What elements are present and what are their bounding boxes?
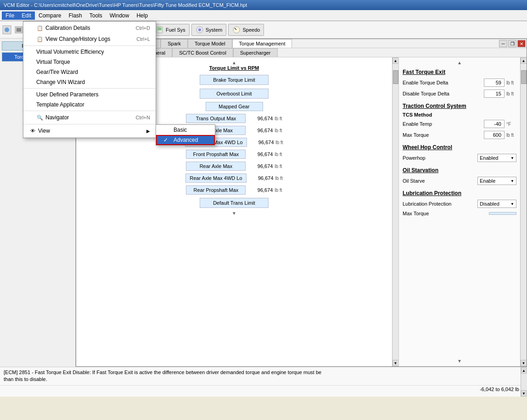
svg-rect-3 <box>17 28 21 32</box>
cal-details-icon: 📋 <box>36 24 44 32</box>
right-scroll-up[interactable]: ▲ <box>403 60 516 65</box>
status-scroll-down-btn[interactable]: ▼ <box>521 390 527 397</box>
tab-supercharger[interactable]: Supercharger <box>233 48 278 57</box>
scroll-down-arrow[interactable]: ▼ <box>80 211 388 216</box>
dropdown-item-cvw[interactable]: Change VIN Wizard <box>23 77 156 87</box>
submenu-item-advanced[interactable]: ✓ Advanced <box>156 135 215 145</box>
powerhop-dropdown[interactable]: Enabled ▼ <box>477 154 516 162</box>
minimize-button[interactable]: ─ <box>499 40 507 47</box>
lubrication-dropdown[interactable]: Disabled ▼ <box>477 200 516 208</box>
scroll-up-btn[interactable]: ▲ <box>392 57 399 64</box>
dropdown-item-vt[interactable]: Virtual Torque <box>23 57 156 67</box>
lubrication-value: Disabled <box>480 201 499 207</box>
center-scrollbar[interactable]: ▲ ▼ <box>392 57 398 366</box>
oil-starve-dropdown[interactable]: Enable ▼ <box>477 177 516 185</box>
enable-torque-delta-value[interactable]: 59 <box>484 78 505 87</box>
front-propshaft-max-btn[interactable]: Front Propshaft Max <box>186 150 246 159</box>
dropdown-item-view-logs[interactable]: 📋 View Change/History Logs Ctrl+L <box>23 34 156 45</box>
right-scroll-down[interactable]: ▼ <box>403 358 516 364</box>
svg-point-15 <box>198 28 201 31</box>
toolbar-btn-speedo[interactable]: Speedo <box>228 24 264 36</box>
menu-item-window[interactable]: Window <box>106 11 133 20</box>
rear-axle-max-btn[interactable]: Rear Axle Max <box>186 162 246 171</box>
row-enable-torque-delta: Enable Torque Delta 59 lb ft <box>403 78 516 87</box>
front-axle-4wd-value: 96,674 <box>249 140 274 145</box>
menu-item-flash[interactable]: Flash <box>65 11 85 20</box>
row-max-torque-lub: Max Torque <box>403 211 516 216</box>
rear-prop-value: 96,674 <box>247 187 273 193</box>
brake-torque-limit-button[interactable]: Brake Torque Limit <box>200 75 269 85</box>
rear-propshaft-max-btn[interactable]: Rear Propshaft Max <box>186 185 246 195</box>
status-scroll-up-btn[interactable]: ▲ <box>521 367 527 374</box>
dropdown-item-view[interactable]: 👁 View ▶ <box>23 125 156 136</box>
oil-starve-arrow-icon: ▼ <box>510 179 514 183</box>
max-torque-tcs-value[interactable]: 600 <box>484 131 505 139</box>
overboost-limit-button[interactable]: Overboost Limit <box>200 89 269 99</box>
dropdown-item-cal-details[interactable]: 📋 Calibration Details Ctrl+D <box>23 22 156 34</box>
rear-axle-4wd-value: 96,674 <box>248 175 274 181</box>
close-button[interactable]: ✕ <box>517 40 526 47</box>
tab-torque-model[interactable]: Torque Model <box>188 39 232 48</box>
menu-item-file[interactable]: File <box>2 11 18 20</box>
nav-label: Navigator <box>45 114 134 121</box>
dropdown-item-ta[interactable]: Template Applicator <box>23 100 156 110</box>
advanced-label: Advanced <box>174 137 198 143</box>
section-fast-torque-exit: Fast Torque Exit <box>403 69 516 75</box>
torque-row-rear-axle: Rear Axle Max 96,674 lb ft <box>186 162 282 171</box>
right-scroll-down-btn[interactable]: ▼ <box>521 360 527 366</box>
title-bar: VCM Editor - C:\Users\cmitchell\OneDrive… <box>0 0 527 10</box>
menu-item-tools[interactable]: Tools <box>86 11 106 20</box>
enable-temp-label: Enable Temp <box>403 121 482 127</box>
enable-torque-delta-unit: lb ft <box>506 80 516 85</box>
cal-details-label: Calibration Details <box>45 25 134 31</box>
menu-item-help[interactable]: Help <box>133 11 151 20</box>
cvw-label: Change VIN Wizard <box>36 79 150 85</box>
rear-axle-max-4wd-btn[interactable]: Rear Axle Max 4WD Lo <box>185 174 246 183</box>
edit-dropdown-menu: 📋 Calibration Details Ctrl+D 📋 View Chan… <box>23 21 156 138</box>
right-scroll-up-btn[interactable]: ▲ <box>521 57 527 64</box>
front-axle-4wd-unit: lb ft <box>276 140 283 145</box>
max-torque-lub-value[interactable] <box>489 212 516 215</box>
dropdown-item-udp[interactable]: User Defined Parameters <box>23 90 156 100</box>
toolbar-fuelsys-label: Fuel Sys <box>166 27 185 33</box>
tab-torque-management[interactable]: Torque Management <box>232 39 292 48</box>
enable-temp-value[interactable]: -40 <box>484 120 505 128</box>
powerhop-arrow-icon: ▼ <box>510 156 514 160</box>
torque-row-rear-axle-4wd: Rear Axle Max 4WD Lo 96,674 lb ft <box>185 174 282 183</box>
disable-torque-delta-value[interactable]: 15 <box>484 90 505 98</box>
menu-item-edit[interactable]: Edit <box>18 11 35 20</box>
toolbar-btn-fuel-sys[interactable]: Fuel Sys <box>151 24 190 36</box>
front-axle-max-unit: lb ft <box>275 128 282 133</box>
basic-label: Basic <box>174 127 187 133</box>
dropdown-item-vve[interactable]: Virtual Volumetric Efficiency <box>23 47 156 57</box>
toolbar-btn-system[interactable]: System <box>191 24 227 36</box>
powerhop-value: Enabled <box>480 155 498 161</box>
dropdown-item-nav[interactable]: 🔍 Navigator Ctrl+N <box>23 112 156 123</box>
view-logs-shortcut: Ctrl+L <box>136 36 150 42</box>
nav-icon: 🔍 <box>36 114 44 121</box>
toolbar-system-label: System <box>206 27 223 33</box>
right-scrollbar[interactable]: ▲ ▼ <box>520 57 527 366</box>
tcs-method-subtitle: TCS Method <box>403 112 516 118</box>
dropdown-item-gtw[interactable]: Gear/Tire Wizard <box>23 67 156 77</box>
restore-button[interactable]: ❐ <box>508 40 516 47</box>
right-scroll-thumb[interactable] <box>521 70 527 84</box>
default-trans-limit-button[interactable]: Default Trans Limit <box>200 198 269 208</box>
tab-sctc-boost[interactable]: SC/TC Boost Control <box>172 48 233 57</box>
submenu-item-basic[interactable]: Basic <box>156 125 215 135</box>
status-scrollbar[interactable]: ▲ ▼ <box>521 367 527 397</box>
max-torque-tcs-unit: lb ft <box>506 133 516 138</box>
vve-label: Virtual Volumetric Efficiency <box>36 49 150 55</box>
trans-output-max-value: 96,674 <box>247 116 273 121</box>
menu-bar: File Edit Compare Flash Tools Window Hel… <box>0 10 527 21</box>
toolbar-icon-2 <box>14 25 24 35</box>
menu-item-compare[interactable]: Compare <box>35 11 65 20</box>
trans-output-max-btn[interactable]: Trans Output Max <box>186 114 246 123</box>
mapped-gear-button[interactable]: Mapped Gear <box>206 102 263 111</box>
title-text: VCM Editor - C:\Users\cmitchell\OneDrive… <box>4 2 247 8</box>
cal-details-shortcut: Ctrl+D <box>136 25 150 31</box>
scroll-down-btn[interactable]: ▼ <box>392 360 399 366</box>
scroll-thumb[interactable] <box>393 70 398 84</box>
rear-axle-4wd-unit: lb ft <box>275 176 283 181</box>
tab-spark[interactable]: Spark <box>161 39 188 48</box>
